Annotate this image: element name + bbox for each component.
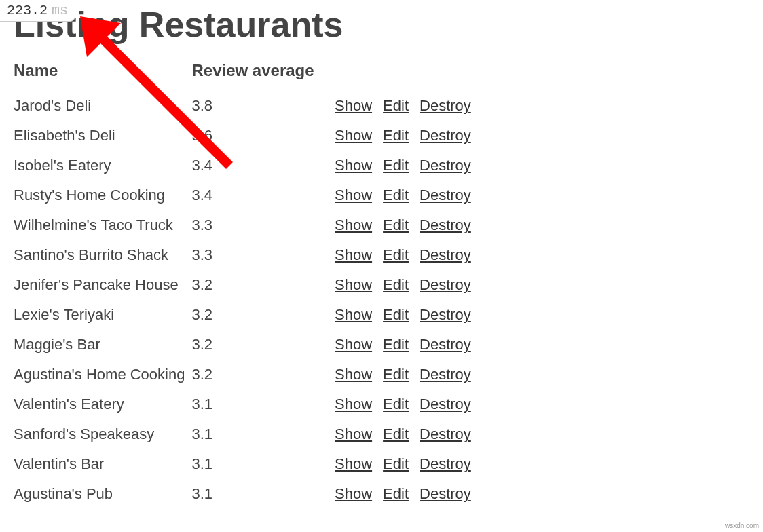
table-row: Isobel's Eatery3.4ShowEditDestroy (14, 151, 482, 180)
restaurant-name: Rusty's Home Cooking (14, 180, 191, 210)
restaurant-rating: 3.1 (191, 390, 335, 419)
restaurant-name: Valentin's Bar (14, 449, 191, 479)
restaurant-name: Agustina's Home Cooking (14, 360, 191, 390)
destroy-link[interactable]: Destroy (420, 276, 471, 293)
restaurant-rating: 3.1 (191, 479, 335, 509)
destroy-link[interactable]: Destroy (420, 97, 471, 114)
edit-link[interactable]: Edit (383, 127, 409, 144)
restaurant-rating: 3.2 (191, 360, 335, 390)
show-link[interactable]: Show (335, 396, 372, 413)
show-link[interactable]: Show (335, 187, 372, 204)
table-row: Jarod's Deli3.8ShowEditDestroy (14, 91, 482, 121)
table-row: Santino's Burrito Shack3.3ShowEditDestro… (14, 240, 482, 270)
restaurant-name: Wilhelmine's Taco Truck (14, 210, 191, 240)
restaurant-rating: 3.2 (191, 270, 335, 300)
table-row: Lexie's Teriyaki3.2ShowEditDestroy (14, 300, 482, 330)
restaurant-name: Agustina's Pub (14, 479, 191, 509)
destroy-link[interactable]: Destroy (420, 127, 471, 144)
restaurant-name: Maggie's Bar (14, 330, 191, 360)
destroy-link[interactable]: Destroy (420, 425, 471, 442)
restaurant-name: Jenifer's Pancake House (14, 270, 191, 300)
show-link[interactable]: Show (335, 485, 372, 502)
show-link[interactable]: Show (335, 276, 372, 293)
table-row: Agustina's Pub3.1ShowEditDestroy (14, 479, 482, 509)
destroy-link[interactable]: Destroy (420, 396, 471, 413)
destroy-link[interactable]: Destroy (420, 246, 471, 263)
destroy-link[interactable]: Destroy (420, 157, 471, 174)
table-row: Sanford's Speakeasy3.1ShowEditDestroy (14, 419, 482, 449)
edit-link[interactable]: Edit (383, 485, 409, 502)
destroy-link[interactable]: Destroy (420, 306, 471, 323)
table-row: Elisabeth's Deli3.6ShowEditDestroy (14, 121, 482, 151)
column-header-name: Name (14, 57, 191, 91)
show-link[interactable]: Show (335, 97, 372, 114)
show-link[interactable]: Show (335, 366, 372, 383)
table-row: Wilhelmine's Taco Truck3.3ShowEditDestro… (14, 210, 482, 240)
edit-link[interactable]: Edit (383, 425, 409, 442)
table-row: Valentin's Eatery3.1ShowEditDestroy (14, 390, 482, 419)
show-link[interactable]: Show (335, 216, 372, 233)
timing-badge[interactable]: 223.2ms (0, 0, 75, 22)
edit-link[interactable]: Edit (383, 276, 409, 293)
restaurant-rating: 3.1 (191, 449, 335, 479)
destroy-link[interactable]: Destroy (420, 187, 471, 204)
destroy-link[interactable]: Destroy (420, 455, 471, 472)
table-row: Rusty's Home Cooking3.4ShowEditDestroy (14, 180, 482, 210)
edit-link[interactable]: Edit (383, 216, 409, 233)
restaurant-name: Valentin's Eatery (14, 390, 191, 419)
table-row: Agustina's Home Cooking3.2ShowEditDestro… (14, 360, 482, 390)
restaurant-rating: 3.2 (191, 330, 335, 360)
edit-link[interactable]: Edit (383, 366, 409, 383)
restaurant-name: Isobel's Eatery (14, 151, 191, 180)
restaurant-name: Lexie's Teriyaki (14, 300, 191, 330)
restaurant-rating: 3.6 (191, 121, 335, 151)
restaurant-rating: 3.3 (191, 210, 335, 240)
timing-unit: ms (52, 3, 68, 18)
destroy-link[interactable]: Destroy (420, 366, 471, 383)
table-row: Valentin's Bar3.1ShowEditDestroy (14, 449, 482, 479)
restaurant-rating: 3.4 (191, 151, 335, 180)
show-link[interactable]: Show (335, 127, 372, 144)
destroy-link[interactable]: Destroy (420, 485, 471, 502)
restaurant-name: Sanford's Speakeasy (14, 419, 191, 449)
timing-value: 223.2 (7, 3, 48, 18)
edit-link[interactable]: Edit (383, 306, 409, 323)
restaurants-table: Name Review average Jarod's Deli3.8ShowE… (14, 57, 482, 509)
watermark: wsxdn.com (725, 522, 759, 529)
show-link[interactable]: Show (335, 336, 372, 353)
page-title: Listing Restaurants (14, 4, 749, 45)
show-link[interactable]: Show (335, 455, 372, 472)
edit-link[interactable]: Edit (383, 157, 409, 174)
table-row: Jenifer's Pancake House3.2ShowEditDestro… (14, 270, 482, 300)
edit-link[interactable]: Edit (383, 336, 409, 353)
restaurant-rating: 3.2 (191, 300, 335, 330)
destroy-link[interactable]: Destroy (420, 216, 471, 233)
edit-link[interactable]: Edit (383, 97, 409, 114)
edit-link[interactable]: Edit (383, 187, 409, 204)
restaurant-name: Elisabeth's Deli (14, 121, 191, 151)
show-link[interactable]: Show (335, 306, 372, 323)
restaurant-rating: 3.4 (191, 180, 335, 210)
restaurant-name: Santino's Burrito Shack (14, 240, 191, 270)
show-link[interactable]: Show (335, 157, 372, 174)
restaurant-rating: 3.3 (191, 240, 335, 270)
destroy-link[interactable]: Destroy (420, 336, 471, 353)
show-link[interactable]: Show (335, 425, 372, 442)
show-link[interactable]: Show (335, 246, 372, 263)
table-row: Maggie's Bar3.2ShowEditDestroy (14, 330, 482, 360)
edit-link[interactable]: Edit (383, 455, 409, 472)
restaurant-rating: 3.8 (191, 91, 335, 121)
edit-link[interactable]: Edit (383, 246, 409, 263)
column-header-review-average: Review average (191, 57, 335, 91)
edit-link[interactable]: Edit (383, 396, 409, 413)
restaurant-name: Jarod's Deli (14, 91, 191, 121)
restaurant-rating: 3.1 (191, 419, 335, 449)
